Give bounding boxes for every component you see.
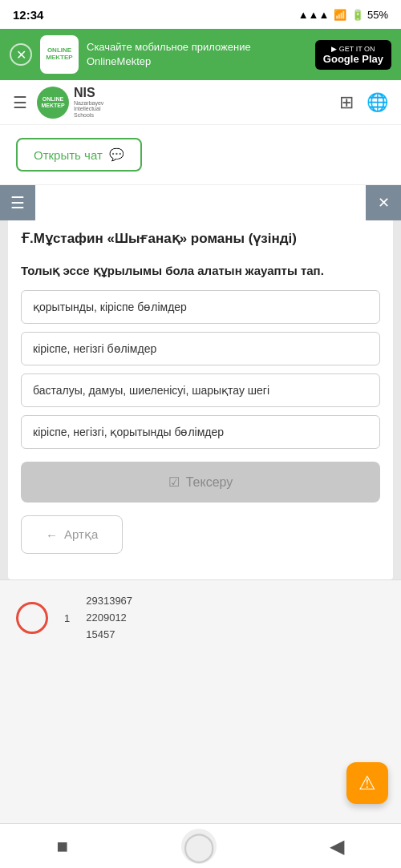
wifi-icon: 📶 <box>334 9 346 21</box>
answer-option-2[interactable]: кіріспе, негізгі бөлімдер <box>21 332 380 365</box>
answer-option-3[interactable]: басталуы, дамуы, шиеленісуі, шарықтау ше… <box>21 373 380 407</box>
banner-close-button[interactable]: ✕ <box>10 43 32 66</box>
stop-icon[interactable]: ■ <box>57 835 69 858</box>
grid-icon[interactable]: ⊞ <box>339 92 354 113</box>
home-circle-icon[interactable]: ◯ <box>181 829 217 864</box>
quiz-title: Ғ.Мұстафин «Шығанақ» романы (үзінді) <box>21 230 380 248</box>
google-play-label: ▶ GET IT ON <box>331 45 375 53</box>
sidebar-toggle-button[interactable]: ☰ <box>0 185 35 220</box>
answer-option-1[interactable]: қорытынды, кіріспе бөлімдер <box>21 290 380 324</box>
status-icons: ▲▲▲ 📶 🔋 55% <box>298 9 388 21</box>
nis-text: NIS <box>74 86 103 100</box>
chat-icon: 💬 <box>109 147 124 162</box>
nav-bar: ☰ ONLINEMEKTEP NIS NazarbayevIntellectua… <box>0 80 401 125</box>
chat-section: Открыть чат 💬 <box>0 125 401 185</box>
close-panel-button[interactable]: ✕ <box>366 185 401 220</box>
circle-progress-icon <box>16 602 48 634</box>
google-play-button[interactable]: ▶ GET IT ON Google Play <box>315 40 391 70</box>
app-banner: ✕ ONLINEMEKTEP Скачайте мобильное прилож… <box>0 29 401 80</box>
bottom-nav: ■ ◯ ◀ <box>0 823 401 868</box>
warning-icon: ⚠ <box>358 772 376 794</box>
warning-fab-button[interactable]: ⚠ <box>346 762 388 804</box>
nis-logo: NIS NazarbayevIntellectualSchools <box>74 86 103 119</box>
back-button-label: Артқа <box>64 527 98 542</box>
main-area: ☰ ✕ Ғ.Мұстафин «Шығанақ» романы (үзінді)… <box>0 185 401 579</box>
nav-icons: ⊞ 🌐 <box>339 92 388 113</box>
check-button-label: Тексеру <box>186 475 233 490</box>
hamburger-menu-icon[interactable]: ☰ <box>13 93 27 112</box>
status-time: 12:34 <box>13 8 43 22</box>
bottom-numbers: 29313967 2209012 15457 <box>86 593 132 643</box>
check-button[interactable]: ☑ Тексеру <box>21 462 380 503</box>
menu-lines-icon: ☰ <box>10 193 25 212</box>
battery-icon: 🔋 55% <box>351 9 388 21</box>
google-play-brand: Google Play <box>323 53 383 65</box>
online-mektep-logo: ONLINEMEKTEP <box>37 87 69 119</box>
nav-logo-group: ONLINEMEKTEP NIS NazarbayevIntellectualS… <box>37 86 330 119</box>
banner-logo: ONLINEMEKTEP <box>40 35 79 74</box>
back-arrow-icon: ← <box>46 528 58 542</box>
status-bar: 12:34 ▲▲▲ 📶 🔋 55% <box>0 0 401 29</box>
quiz-card: Ғ.Мұстафин «Шығанақ» романы (үзінді) Тол… <box>8 185 393 579</box>
open-chat-button[interactable]: Открыть чат 💬 <box>16 138 142 172</box>
nis-subtext: NazarbayevIntellectualSchools <box>74 100 103 119</box>
globe-icon[interactable]: 🌐 <box>367 92 388 113</box>
banner-text: Скачайте мобильное приложение OnlineMekt… <box>87 40 307 69</box>
check-icon: ☑ <box>168 474 180 490</box>
bottom-index: 1 <box>64 612 70 624</box>
back-button[interactable]: ← Артқа <box>21 515 123 554</box>
bottom-stats-area: 1 29313967 2209012 15457 <box>0 579 401 656</box>
close-icon: ✕ <box>378 194 390 212</box>
quiz-question: Толық эссе құрылымы бола алатын жауапты … <box>21 262 380 279</box>
signal-icon: ▲▲▲ <box>298 9 330 21</box>
answer-option-4[interactable]: кіріспе, негізгі, қорытынды бөлімдер <box>21 415 380 449</box>
back-triangle-icon[interactable]: ◀ <box>330 835 344 858</box>
chat-button-label: Открыть чат <box>34 148 103 162</box>
